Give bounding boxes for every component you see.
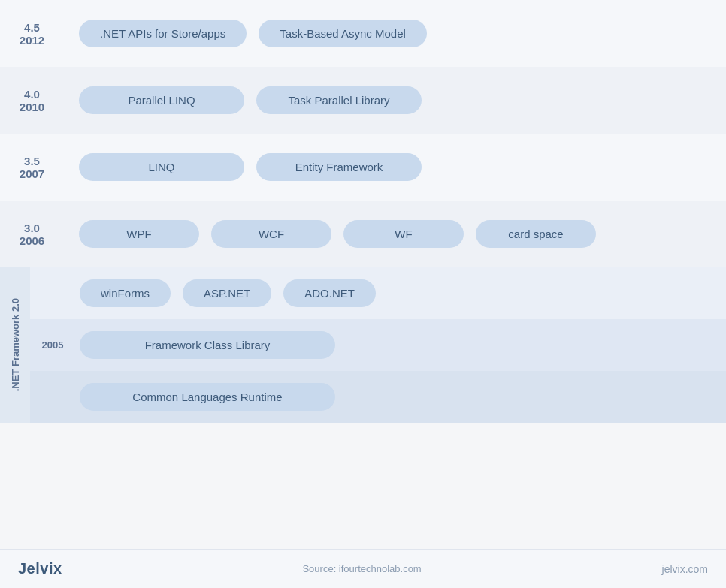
year-45: 2012: [20, 34, 44, 47]
fcl-row: 2005 Framework Class Library: [30, 319, 726, 371]
row-45: 4.5 2012 .NET APIs for Store/apps Task-B…: [0, 0, 726, 67]
clr-chips: Common Languages Runtime: [80, 383, 718, 411]
net2-block: .NET Framework 2.0 winForms ASP.NET ADO.…: [0, 267, 726, 423]
chip-linq: LINQ: [79, 153, 244, 181]
year-35: 2007: [20, 167, 44, 180]
net2-vertical-label-col: .NET Framework 2.0: [0, 267, 30, 423]
version-number-30: 3.0: [24, 222, 40, 234]
main-container: 4.5 2012 .NET APIs for Store/apps Task-B…: [0, 0, 726, 588]
chip-entity-framework: Entity Framework: [256, 153, 422, 181]
row-30: 3.0 2006 WPF WCF WF card space: [0, 201, 726, 267]
chip-wpf: WPF: [79, 220, 199, 248]
chips-area-40: Parallel LINQ Task Parallel Library: [64, 80, 726, 120]
net2-top-chips: winForms ASP.NET ADO.NET: [80, 279, 718, 307]
chip-wf: WF: [343, 220, 464, 248]
chip-adonet: ADO.NET: [283, 279, 376, 307]
footer-site: jelvix.com: [662, 563, 708, 575]
version-number-45: 4.5: [24, 21, 40, 34]
fcl-chips: Framework Class Library: [80, 331, 718, 359]
chip-card-space: card space: [476, 220, 596, 248]
version-label-40: 4.0 2010: [0, 88, 64, 113]
footer-brand: Jelvix: [18, 560, 62, 577]
chip-winforms: winForms: [80, 279, 171, 307]
chip-parallel-linq: Parallel LINQ: [79, 86, 244, 114]
footer: Jelvix Source: ifourtechnolab.com jelvix…: [0, 549, 726, 588]
clr-row: Common Languages Runtime: [30, 371, 726, 423]
chips-area-45: .NET APIs for Store/apps Task-Based Asyn…: [64, 14, 726, 53]
chip-aspnet: ASP.NET: [183, 279, 271, 307]
year-30: 2006: [20, 234, 44, 247]
version-number-40: 4.0: [24, 88, 40, 101]
chip-task-async: Task-Based Async Model: [259, 20, 427, 47]
chips-area-30: WPF WCF WF card space: [64, 214, 726, 254]
chip-task-parallel: Task Parallel Library: [256, 86, 422, 114]
row-35: 3.5 2007 LINQ Entity Framework: [0, 134, 726, 201]
chip-net-apis: .NET APIs for Store/apps: [79, 20, 247, 47]
version-number-35: 3.5: [24, 155, 40, 167]
net2-wrapper: .NET Framework 2.0 winForms ASP.NET ADO.…: [0, 267, 726, 423]
version-label-30: 3.0 2006: [0, 222, 64, 247]
chip-common-languages-runtime: Common Languages Runtime: [80, 383, 335, 411]
chip-wcf: WCF: [211, 220, 331, 248]
fcl-year: 2005: [38, 339, 68, 351]
net2-content: winForms ASP.NET ADO.NET 2005 Framework …: [30, 267, 726, 423]
net2-top-row: winForms ASP.NET ADO.NET: [30, 267, 726, 319]
net2-vertical-label: .NET Framework 2.0: [10, 298, 21, 391]
version-label-35: 3.5 2007: [0, 155, 64, 180]
year-40: 2010: [20, 101, 44, 113]
version-label-45: 4.5 2012: [0, 21, 64, 47]
row-40: 4.0 2010 Parallel LINQ Task Parallel Lib…: [0, 67, 726, 134]
chips-area-35: LINQ Entity Framework: [64, 147, 726, 187]
footer-source: Source: ifourtechnolab.com: [302, 563, 421, 574]
chip-framework-class-library: Framework Class Library: [80, 331, 335, 359]
